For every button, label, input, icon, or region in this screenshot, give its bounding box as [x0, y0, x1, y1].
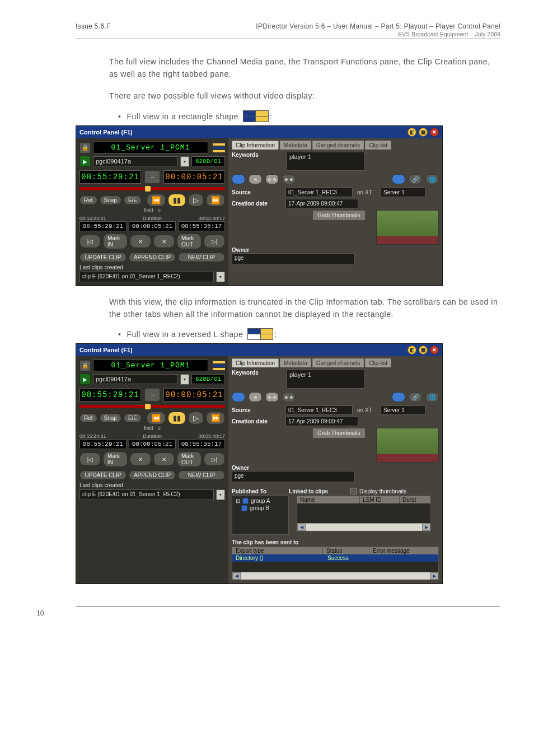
fast-rewind-button[interactable]: ⏪ — [147, 412, 166, 424]
sent-h-scrollbar[interactable]: ◀ ▶ — [232, 572, 438, 580]
layout-bars-icon[interactable] — [213, 143, 225, 152]
progress-bar[interactable] — [79, 405, 225, 408]
append-clip-button[interactable]: APPEND CLIP — [129, 253, 176, 262]
clear-out-button[interactable]: ✕ — [153, 452, 175, 466]
goto-in-button[interactable]: |◁ — [79, 452, 101, 466]
layout-bars-icon[interactable] — [213, 361, 225, 370]
tc-in-box[interactable]: 08:55:29:21 — [79, 221, 127, 231]
tc-out-box[interactable]: 08:55:35:17 — [178, 439, 225, 449]
append-clip-button[interactable]: APPEND CLIP — [129, 470, 176, 480]
close-icon[interactable]: ✕ — [430, 128, 439, 137]
snap-button[interactable]: Snap — [100, 413, 121, 423]
clear-in-button[interactable]: ✕ — [130, 235, 151, 248]
tab-ganged[interactable]: Ganged channels — [312, 358, 364, 367]
scroll-right-icon[interactable]: ▶ — [422, 524, 430, 531]
tc-dur-box[interactable]: 00:00:05:21 — [129, 439, 176, 449]
pause-button[interactable]: ▮▮ — [168, 194, 186, 207]
star2-icon[interactable]: ★★ — [265, 174, 279, 184]
play-button[interactable]: ▷ — [188, 412, 204, 424]
mark-blue-icon[interactable] — [392, 392, 405, 402]
link-icon[interactable]: 🔗 — [409, 174, 422, 184]
mark-in-button[interactable]: Mark IN — [103, 451, 128, 467]
pause-button[interactable]: ▮▮ — [168, 412, 186, 424]
tc-in-box[interactable]: 08:55:29:21 — [79, 439, 127, 449]
grab-thumbnails-button[interactable]: Grab Thumbnails — [312, 428, 366, 438]
last-clip-dropdown[interactable]: ▾ — [216, 272, 225, 282]
layout-icon-2[interactable]: ▦ — [419, 128, 428, 137]
clip-name-field[interactable]: pgcl090417a — [93, 156, 178, 166]
layout-icon-2[interactable]: ▦ — [419, 346, 428, 354]
star-icon[interactable]: ★ — [249, 392, 262, 402]
last-clip-field[interactable]: clip E (620E/01 on 01_Server 1_REC2) — [79, 489, 214, 500]
mark-out-button[interactable]: Mark OUT — [177, 451, 202, 467]
tab-metadata[interactable]: Metadata — [280, 358, 311, 367]
link-icon[interactable]: 🔗 — [409, 392, 422, 402]
scroll-left-icon[interactable]: ◀ — [232, 572, 241, 580]
fast-forward-button[interactable]: ⏩ — [206, 194, 225, 207]
star3-icon[interactable]: ★★ — [282, 392, 296, 402]
col-lsm[interactable]: LSM ID — [360, 496, 400, 503]
layout-icon-1[interactable]: ◧ — [407, 346, 416, 354]
linked-clips-table[interactable]: Name LSM ID Durat ◀ ▶ — [297, 496, 431, 531]
tc-out-box[interactable]: 08:55:35:17 — [178, 221, 225, 231]
interest-icon[interactable] — [232, 392, 245, 402]
tab-clip-information[interactable]: Clip Information — [232, 358, 279, 367]
lock-icon[interactable]: 🔒 — [79, 142, 91, 153]
tab-ganged[interactable]: Ganged channels — [312, 141, 364, 150]
clip-type-icon[interactable]: ▶ — [79, 374, 91, 385]
ee-button[interactable]: E/E — [124, 413, 142, 423]
tab-cliplist[interactable]: Clip-list — [365, 358, 391, 367]
tab-clip-information[interactable]: Clip Information — [232, 141, 279, 150]
clear-out-button[interactable]: ✕ — [153, 235, 175, 248]
play-button[interactable]: ▷ — [188, 194, 204, 207]
globe-icon[interactable]: 🌐 — [425, 392, 439, 402]
fast-rewind-button[interactable]: ⏪ — [147, 194, 166, 207]
clip-dropdown[interactable]: ▾ — [180, 374, 189, 385]
sent-row[interactable]: Directory () Success — [232, 554, 438, 562]
mark-out-button[interactable]: Mark OUT — [177, 234, 202, 249]
clear-in-button[interactable]: ✕ — [130, 452, 151, 466]
ret-button[interactable]: Ret — [79, 413, 97, 423]
close-icon[interactable]: ✕ — [430, 346, 439, 354]
col-status[interactable]: Status — [323, 547, 369, 554]
col-name[interactable]: Name — [297, 496, 360, 503]
col-err[interactable]: Error message — [369, 547, 438, 554]
globe-icon[interactable]: 🌐 — [425, 174, 439, 184]
goto-out-button[interactable]: ▷| — [204, 235, 225, 248]
clip-type-icon[interactable]: ▶ — [79, 156, 91, 167]
publish-tree[interactable]: ⊟group A group B — [232, 496, 289, 535]
fast-forward-button[interactable]: ⏩ — [206, 412, 225, 424]
mark-in-button[interactable]: Mark IN — [103, 234, 128, 249]
ee-button[interactable]: E/E — [124, 195, 142, 205]
mark-blue-icon[interactable] — [392, 174, 405, 184]
last-clip-dropdown[interactable]: ▾ — [216, 489, 225, 500]
col-export[interactable]: Export type — [232, 547, 323, 554]
grab-thumbnails-button[interactable]: Grab Thumbnails — [312, 210, 366, 221]
keywords-field[interactable]: player 1 — [287, 370, 365, 389]
new-clip-button[interactable]: NEW CLIP — [178, 253, 225, 262]
new-clip-button[interactable]: NEW CLIP — [178, 470, 225, 480]
goto-out-button[interactable]: ▷| — [204, 452, 225, 466]
scroll-right-icon[interactable]: ▶ — [430, 572, 438, 580]
progress-bar[interactable] — [79, 187, 225, 190]
clip-name-field[interactable]: pgcl090417a — [93, 374, 178, 384]
clip-dropdown[interactable]: ▾ — [180, 156, 189, 167]
keywords-field[interactable]: player 1 — [287, 152, 365, 171]
scroll-left-icon[interactable]: ◀ — [297, 524, 306, 531]
tc-mode-button[interactable]: → — [144, 388, 160, 402]
layout-icon-1[interactable]: ◧ — [407, 128, 416, 137]
tc-dur-box[interactable]: 00:00:05:21 — [129, 221, 176, 231]
col-dur[interactable]: Durat — [400, 496, 430, 503]
linked-h-scrollbar[interactable]: ◀ ▶ — [297, 523, 430, 531]
display-thumbnails-checkbox[interactable] — [350, 488, 357, 494]
ret-button[interactable]: Ret — [79, 195, 97, 205]
update-clip-button[interactable]: UPDATE CLIP — [79, 253, 127, 262]
tc-mode-button[interactable]: → — [144, 170, 160, 184]
snap-button[interactable]: Snap — [100, 195, 121, 205]
star2-icon[interactable]: ★★ — [265, 392, 279, 402]
tab-metadata[interactable]: Metadata — [280, 141, 311, 150]
lock-icon[interactable]: 🔒 — [79, 360, 91, 371]
goto-in-button[interactable]: |◁ — [79, 235, 101, 248]
interest-icon[interactable] — [232, 174, 245, 184]
sent-to-table[interactable]: Export type Status Error message Directo… — [232, 547, 439, 580]
